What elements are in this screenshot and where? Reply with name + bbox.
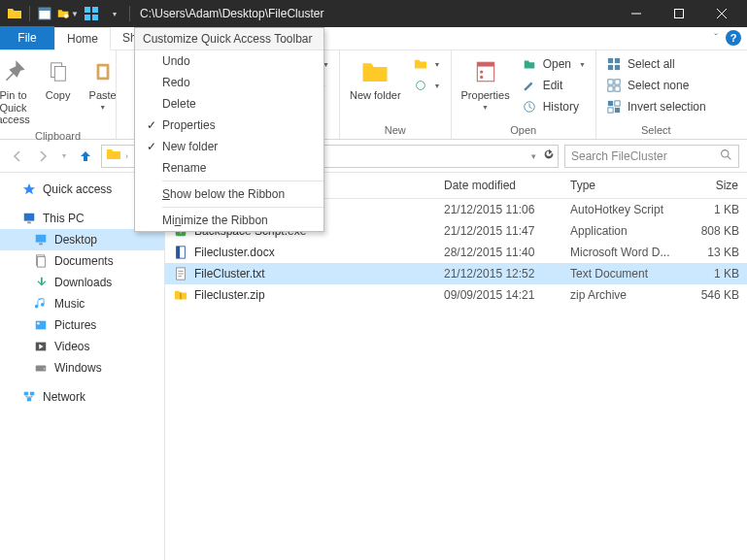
tab-file[interactable]: File	[0, 26, 54, 49]
nav-forward-button[interactable]	[33, 147, 52, 166]
copy-button[interactable]: Copy	[38, 54, 79, 104]
svg-point-44	[37, 322, 40, 325]
title-bar: ▼ ▾ C:\Users\Adam\Desktop\FileCluster	[0, 0, 747, 27]
svg-point-47	[44, 368, 46, 370]
easy-access-button[interactable]: ▼	[409, 76, 445, 95]
menu-item[interactable]: ✓Properties	[135, 115, 323, 136]
svg-rect-30	[615, 86, 620, 91]
easy-access-icon	[413, 78, 428, 93]
column-type[interactable]: Type	[562, 173, 679, 198]
svg-rect-12	[54, 67, 65, 82]
open-button[interactable]: Open ▼	[518, 54, 590, 74]
ribbon-tabstrip: File Home Share ˇ ?	[0, 27, 747, 50]
table-row[interactable]: Filecluster.docx28/12/2015 11:40Microsof…	[165, 242, 747, 263]
ribbon-collapse-icon[interactable]: ˇ	[714, 32, 718, 44]
table-row[interactable]: Filecluster.zip09/09/2015 14:21zip Archi…	[165, 284, 747, 306]
svg-line-36	[728, 156, 730, 159]
properties-icon	[470, 56, 501, 87]
file-icon	[173, 245, 188, 260]
nav-up-button[interactable]	[76, 147, 95, 166]
menu-item[interactable]: ✓New folder	[135, 136, 323, 157]
desktop-icon	[33, 232, 49, 247]
svg-rect-42	[38, 257, 46, 268]
menu-header: Customize Quick Access Toolbar	[135, 28, 323, 50]
qat-newfolder-icon[interactable]: ▼	[57, 3, 79, 24]
sidebar-item-videos[interactable]: Videos	[0, 336, 164, 357]
address-dropdown-icon[interactable]: ▾	[531, 151, 536, 161]
minimize-button[interactable]	[615, 0, 658, 27]
window-title: C:\Users\Adam\Desktop\FileCluster	[140, 7, 323, 20]
sidebar-item-desktop[interactable]: Desktop	[0, 229, 164, 250]
svg-rect-25	[608, 65, 613, 70]
group-label-open: Open	[458, 122, 590, 139]
ribbon-group-clipboard: Pin to Quick access Copy Paste ▼ Clipboa…	[0, 50, 117, 139]
qat-properties-icon[interactable]	[34, 3, 55, 24]
table-row[interactable]: FileCluster.txt21/12/2015 12:52Text Docu…	[165, 263, 747, 284]
ribbon-group-select: Select all Select none Invert selection …	[596, 50, 716, 139]
copy-icon	[43, 56, 74, 87]
svg-rect-50	[27, 398, 31, 402]
sidebar-item-music[interactable]: Music	[0, 293, 164, 314]
new-item-button[interactable]: ▼	[409, 54, 445, 74]
svg-rect-53	[177, 247, 181, 258]
sidebar-item-documents[interactable]: Documents	[0, 250, 164, 272]
svg-rect-48	[24, 392, 28, 396]
menu-minimize-ribbon[interactable]: Minimize the Ribbon	[135, 210, 323, 231]
drive-icon	[33, 360, 49, 376]
search-box[interactable]	[564, 145, 739, 168]
menu-item[interactable]: Redo	[135, 72, 323, 93]
refresh-icon[interactable]	[542, 148, 556, 164]
menu-item[interactable]: Undo	[135, 50, 323, 72]
monitor-icon	[21, 211, 37, 226]
history-button[interactable]: History	[518, 97, 590, 116]
close-button[interactable]	[700, 0, 743, 27]
select-none-button[interactable]: Select none	[602, 76, 710, 95]
svg-rect-31	[608, 101, 613, 106]
ribbon-group-new: New folder ▼ ▼ New	[340, 50, 452, 139]
select-all-button[interactable]: Select all	[602, 54, 710, 74]
group-label-new: New	[346, 122, 445, 139]
network-icon	[21, 389, 37, 405]
search-input[interactable]	[571, 149, 732, 163]
column-size[interactable]: Size	[679, 173, 747, 198]
qat-dropdown-arrow[interactable]: ▾	[104, 3, 125, 24]
svg-point-20	[480, 70, 483, 73]
tab-home[interactable]: Home	[54, 27, 111, 50]
pin-to-quick-access-button[interactable]: Pin to Quick access	[0, 54, 34, 128]
music-icon	[33, 296, 49, 312]
menu-show-below[interactable]: Show below the Ribbon	[135, 183, 323, 205]
quick-access-toolbar: ▼ ▾	[4, 3, 132, 24]
qat-app-icon[interactable]	[81, 3, 102, 24]
svg-rect-32	[615, 101, 620, 106]
menu-item[interactable]: Rename	[135, 157, 323, 179]
sidebar-item-pictures[interactable]: Pictures	[0, 314, 164, 336]
edit-button[interactable]: Edit	[518, 76, 590, 95]
svg-rect-3	[85, 7, 90, 13]
svg-rect-38	[27, 222, 31, 224]
invert-selection-button[interactable]: Invert selection	[602, 97, 710, 116]
column-date[interactable]: Date modified	[436, 173, 562, 198]
svg-point-21	[480, 76, 483, 79]
svg-rect-8	[675, 10, 684, 18]
svg-rect-6	[92, 15, 98, 20]
invert-icon	[606, 99, 622, 115]
downloads-icon	[33, 275, 49, 290]
menu-item[interactable]: Delete	[135, 93, 323, 115]
sidebar-item-windows[interactable]: Windows	[0, 357, 164, 379]
nav-back-button[interactable]	[8, 147, 27, 166]
help-icon[interactable]: ?	[726, 30, 741, 46]
qat-folder-icon[interactable]	[4, 3, 25, 24]
nav-recent-dropdown[interactable]: ▾	[58, 147, 70, 166]
svg-rect-29	[608, 86, 613, 91]
svg-rect-4	[92, 7, 98, 13]
svg-rect-24	[615, 58, 620, 63]
sidebar-item-network[interactable]: Network	[0, 386, 164, 408]
customize-qat-menu: Customize Quick Access Toolbar UndoRedoD…	[134, 27, 324, 232]
new-folder-button[interactable]: New folder	[346, 54, 405, 104]
properties-button[interactable]: Properties ▼	[458, 54, 514, 113]
search-icon[interactable]	[720, 148, 732, 164]
svg-rect-14	[99, 67, 106, 78]
sidebar-item-downloads[interactable]: Downloads	[0, 272, 164, 293]
maximize-button[interactable]	[658, 0, 700, 27]
content-body: Quick access This PC Desktop Documents D…	[0, 173, 747, 560]
